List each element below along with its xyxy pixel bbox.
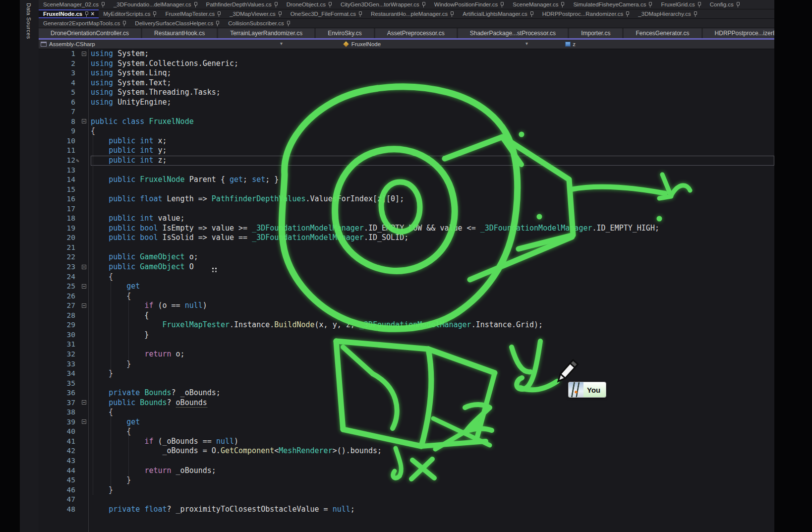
code-line-45[interactable]: 45 } [39, 475, 774, 485]
tab-config-cs[interactable]: Config.cs [705, 0, 744, 9]
code-line-44[interactable]: 44 return _oBounds; [39, 466, 774, 476]
code-line-48[interactable]: 48 private float? _proximityToClosestObs… [39, 505, 774, 515]
tab-simulatedfisheyecamera-cs[interactable]: SimulatedFisheyeCamera.cs [569, 0, 656, 9]
code-line-40[interactable]: 40 { [39, 427, 774, 437]
pin-icon[interactable] [274, 1, 278, 7]
tab-fruxelmaptester-cs[interactable]: FruxelMapTester.cs [161, 9, 225, 18]
tab-onesec3d-fileformat-cs[interactable]: OneSec3D_FileFormat.cs [286, 9, 366, 18]
code-line-14[interactable]: 14 public FruxelNode Parent { get; set; … [39, 175, 774, 185]
tab-myeditorscripts-cs[interactable]: MyEditorScripts.cs [99, 9, 161, 18]
code-line-20[interactable]: 20 public bool IsSolid => value == _3DFo… [39, 233, 774, 243]
pin-icon[interactable] [153, 11, 156, 17]
code-line-25[interactable]: 25− get [39, 282, 774, 292]
open-file-item[interactable]: Importer.cs [569, 28, 622, 38]
code-line-31[interactable]: 31 [39, 340, 774, 350]
code-line-4[interactable]: 4using System.Text; [39, 78, 774, 88]
tab-fruxelgrid-cs[interactable]: FruxelGrid.cs [656, 0, 705, 9]
pin-icon[interactable] [422, 1, 425, 7]
code-line-47[interactable]: 47 [39, 495, 774, 505]
tab-generator2exportmaptools-cs[interactable]: Generator2ExportMapTools.cs [39, 19, 130, 28]
pin-icon[interactable] [122, 20, 126, 26]
pin-icon[interactable] [530, 11, 533, 17]
code-line-9[interactable]: 9{ [39, 126, 774, 136]
tab-pathfinderdepthvalues-cs[interactable]: PathfinderDepthValues.cs [202, 0, 282, 9]
code-line-39[interactable]: 39− get [39, 417, 774, 427]
code-line-43[interactable]: 43 [39, 456, 774, 466]
pin-icon[interactable] [697, 1, 701, 7]
tab-restaurantho-plemanager-cs[interactable]: RestaurantHo...pleManager.cs [366, 9, 458, 18]
open-file-item[interactable]: FencesGenerator.cs [624, 28, 701, 38]
pin-icon[interactable] [736, 1, 740, 7]
pin-icon[interactable] [561, 1, 564, 7]
code-line-22[interactable]: 22 public GameObject o; [39, 252, 774, 262]
fold-collapse-icon[interactable]: − [82, 284, 86, 289]
pin-icon[interactable] [194, 1, 197, 7]
open-file-item[interactable]: EnviroSky.cs [316, 28, 373, 38]
tab-scenemanager-cs[interactable]: SceneManager.cs [508, 0, 569, 9]
code-line-37[interactable]: 37− public Bounds? oBounds [39, 398, 774, 408]
pin-icon[interactable] [101, 1, 105, 7]
code-line-34[interactable]: 34 } [39, 369, 774, 379]
code-line-1[interactable]: 1−using System; [39, 49, 774, 59]
chevron-down-icon[interactable]: ▾ [525, 41, 528, 46]
code-line-6[interactable]: 6using UnityEngine; [39, 98, 774, 108]
code-line-30[interactable]: 30 } [39, 330, 774, 340]
tab--3dmaphierarchy-cs[interactable]: _3DMapHierarchy.cs [634, 9, 701, 18]
pin-icon[interactable] [694, 11, 697, 17]
tab-deliverysurfaceclasshelper-cs[interactable]: DeliverySurfaceClassHelper.cs [130, 19, 224, 28]
tab-fruxelnode-cs[interactable]: FruxelNode.cs× [39, 9, 99, 18]
pin-icon[interactable] [217, 11, 221, 17]
project-dropdown[interactable]: Assembly-CSharp [49, 41, 95, 47]
code-line-3[interactable]: 3using System.Linq; [39, 68, 774, 78]
code-line-24[interactable]: 24 { [39, 272, 774, 282]
open-file-item[interactable]: AssetPreprocessor.cs [375, 28, 457, 38]
tab-citygen3dgen-torwrapper-cs[interactable]: CityGen3DGen...torWrapper.cs [336, 0, 430, 9]
open-file-item[interactable]: ShaderPackage...stProcessor.cs [458, 28, 568, 38]
fold-collapse-icon[interactable]: − [82, 52, 86, 56]
pin-icon[interactable] [278, 11, 282, 17]
code-line-35[interactable]: 35 [39, 379, 774, 389]
code-line-26[interactable]: 26 { [39, 292, 774, 301]
pin-icon[interactable] [500, 1, 504, 7]
open-file-item[interactable]: DroneOrientationController.cs [39, 28, 141, 38]
open-file-item[interactable]: RestaurantHook.cs [142, 28, 217, 38]
tab-hdrppostproc-randomizer-cs[interactable]: HDRPPostproc...Randomizer.cs [538, 9, 634, 18]
open-file-item[interactable]: TerrainLayerRandomizer.cs [218, 28, 314, 38]
code-line-5[interactable]: 5using System.Threading.Tasks; [39, 88, 774, 98]
code-line-10[interactable]: 10 public int x; [39, 136, 774, 146]
member-dropdown[interactable]: z [573, 41, 576, 47]
fold-collapse-icon[interactable]: − [82, 265, 86, 269]
code-line-12[interactable]: 12✎ public int z; [39, 156, 774, 166]
pin-icon[interactable] [328, 1, 332, 7]
code-line-27[interactable]: 27− if (o == null) [39, 301, 774, 311]
pin-icon[interactable] [358, 11, 362, 17]
code-line-15[interactable]: 15 [39, 185, 774, 195]
pin-icon[interactable] [216, 20, 219, 26]
pin-icon[interactable] [85, 11, 88, 17]
tab-collisionsubscriber-cs[interactable]: CollisionSubscriber.cs [224, 19, 294, 28]
sidebar-item-data-sources[interactable]: Data Sources [26, 3, 32, 39]
pin-icon[interactable] [287, 20, 290, 26]
code-line-2[interactable]: 2using System.Collections.Generic; [39, 59, 774, 69]
code-line-32[interactable]: 32 return o; [39, 350, 774, 359]
code-line-38[interactable]: 38 { [39, 408, 774, 417]
type-dropdown[interactable]: FruxelNode [351, 41, 381, 47]
code-line-33[interactable]: 33 } [39, 359, 774, 369]
fold-collapse-icon[interactable]: − [82, 303, 86, 308]
tab-artificiallightsmanager-cs[interactable]: ArtificialLightsManager.cs [458, 9, 537, 18]
code-line-21[interactable]: 21 [39, 243, 774, 253]
code-line-13[interactable]: 13 [39, 166, 774, 176]
code-line-23[interactable]: 23− public GameObject O [39, 262, 774, 272]
code-line-36[interactable]: 36 private Bounds? _oBounds; [39, 388, 774, 398]
tab-droneobject-cs[interactable]: DroneObject.cs [282, 0, 336, 9]
code-line-29[interactable]: 29 FruxelMapTester.Instance.BuildNode(x,… [39, 320, 774, 330]
code-line-18[interactable]: 18 public int value; [39, 214, 774, 224]
open-file-item[interactable]: HDRPPostproce...izerEditor.cs [703, 28, 774, 38]
code-line-41[interactable]: 41 if (_oBounds == null) [39, 437, 774, 447]
close-icon[interactable]: × [91, 11, 94, 17]
pin-icon[interactable] [648, 1, 652, 7]
code-line-42[interactable]: 42 _oBounds = O.GetComponent<MeshRendere… [39, 446, 774, 456]
code-line-7[interactable]: 7 [39, 107, 774, 117]
code-line-11[interactable]: 11 public int y; [39, 146, 774, 156]
code-line-28[interactable]: 28 { [39, 311, 774, 321]
